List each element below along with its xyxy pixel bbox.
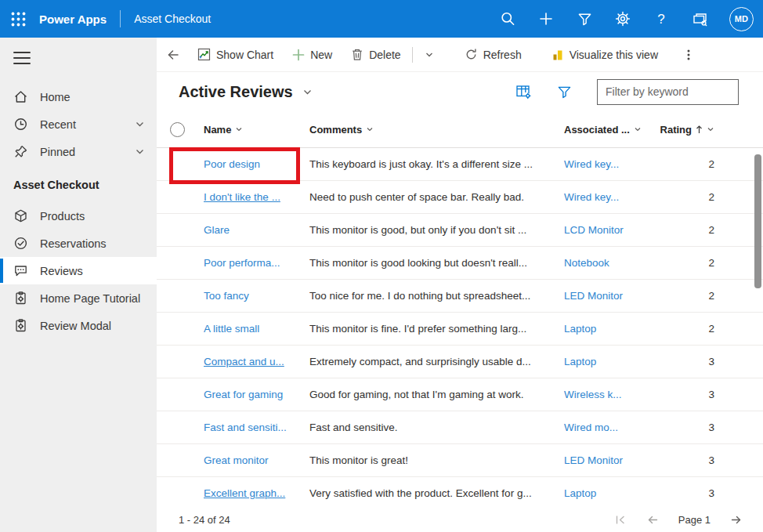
record-name-link[interactable]: A little small — [204, 323, 259, 335]
grid-footer: 1 - 24 of 24 Page 1 — [157, 508, 763, 532]
delete-button[interactable]: Delete — [342, 38, 410, 72]
previous-page-icon[interactable] — [646, 513, 660, 527]
vertical-scrollbar-thumb[interactable] — [754, 154, 761, 288]
record-name-link[interactable]: Fast and sensiti... — [204, 422, 287, 433]
table-row[interactable]: Excellent graph... Very satisfied with t… — [157, 477, 763, 510]
table-row[interactable]: Great monitor This monitor is great! LED… — [157, 444, 763, 477]
show-chart-button[interactable]: Show Chart — [188, 38, 283, 72]
associated-asset-link[interactable]: LCD Monitor — [564, 224, 624, 236]
next-page-icon[interactable] — [729, 513, 743, 527]
column-header-associated[interactable]: Associated ... — [564, 124, 658, 136]
associated-asset-link[interactable]: Wireless k... — [564, 389, 622, 400]
record-name-link[interactable]: I don't like the ... — [204, 191, 280, 203]
associated-asset-link[interactable]: Laptop — [564, 356, 596, 367]
hamburger-menu-icon[interactable] — [13, 52, 31, 64]
column-header-rating[interactable]: Rating — [660, 124, 714, 136]
new-button[interactable]: New — [283, 38, 342, 72]
sidebar-app-nav: Products Reservations — [0, 202, 157, 339]
table-row[interactable]: Poor performa... This monitor is good lo… — [157, 247, 763, 280]
associated-asset-link[interactable]: Laptop — [564, 487, 596, 499]
record-name-link[interactable]: Poor design — [204, 158, 260, 170]
main-content: Show Chart New Delete — [157, 38, 763, 532]
associated-asset-link[interactable]: LED Monitor — [564, 290, 623, 302]
column-label: Rating — [660, 124, 692, 136]
keyword-filter-input[interactable] — [597, 79, 739, 105]
table-row[interactable]: Fast and sensiti... Fast and sensitive. … — [157, 411, 763, 444]
rating-value: 2 — [708, 290, 714, 302]
sidebar-item-label: Products — [40, 210, 85, 223]
table-row[interactable]: I don't like the ... Need to push center… — [157, 181, 763, 214]
sidebar-item-label: Recent — [40, 118, 76, 131]
table-row[interactable]: Great for gaming Good for gaming, not th… — [157, 378, 763, 411]
refresh-label: Refresh — [483, 49, 522, 61]
visualize-view-button[interactable]: Visualize this view — [542, 38, 667, 72]
pager: Page 1 — [614, 513, 763, 527]
sidebar-item-reviews[interactable]: Reviews — [0, 257, 157, 284]
clipboard-gear-icon — [13, 318, 28, 333]
topbar-actions: ? MD — [499, 7, 763, 31]
help-icon[interactable]: ? — [653, 10, 670, 27]
sidebar-item-home[interactable]: Home — [0, 83, 157, 110]
comment-text: This monitor is fine. I'd prefer somethi… — [309, 323, 526, 335]
associated-asset-link[interactable]: Notebook — [564, 257, 609, 269]
first-page-icon[interactable] — [614, 513, 627, 527]
record-name-link[interactable]: Glare — [204, 224, 230, 236]
sidebar-item-home-page-tutorial[interactable]: Home Page Tutorial — [0, 284, 157, 312]
comment-text: Too nice for me. I do nothing but spread… — [309, 290, 530, 302]
associated-asset-link[interactable]: Wired key... — [564, 191, 619, 203]
delete-split-chevron-icon[interactable] — [414, 38, 444, 72]
trash-icon — [351, 48, 363, 61]
rating-value: 2 — [708, 224, 714, 236]
view-selector[interactable]: Active Reviews — [157, 83, 313, 101]
waffle-icon[interactable] — [0, 0, 36, 38]
sidebar-item-reservations[interactable]: Reservations — [0, 230, 157, 257]
table-row[interactable]: A little small This monitor is fine. I'd… — [157, 313, 763, 346]
home-icon — [13, 89, 28, 104]
sidebar-section-title: Asset Checkout — [0, 172, 157, 198]
back-icon[interactable] — [157, 38, 188, 72]
comment-text: Fast and sensitive. — [309, 422, 398, 433]
record-name-link[interactable]: Too fancy — [204, 290, 249, 302]
page-label: Page 1 — [678, 514, 711, 526]
rating-value: 3 — [708, 389, 714, 400]
feedback-icon[interactable] — [691, 10, 708, 27]
refresh-button[interactable]: Refresh — [455, 38, 531, 72]
sidebar-item-review-modal[interactable]: Review Modal — [0, 312, 157, 339]
sidebar-item-recent[interactable]: Recent — [0, 110, 157, 138]
sidebar-item-products[interactable]: Products — [0, 202, 157, 230]
record-name-link[interactable]: Excellent graph... — [204, 487, 285, 499]
settings-gear-icon[interactable] — [614, 10, 631, 27]
check-circle-icon — [13, 236, 28, 251]
record-name-link[interactable]: Compact and u... — [204, 356, 284, 367]
associated-asset-link[interactable]: Laptop — [564, 323, 596, 335]
column-header-name[interactable]: Name — [204, 124, 302, 136]
record-count: 1 - 24 of 24 — [157, 514, 230, 526]
table-row[interactable]: Poor design This keyboard is just okay. … — [157, 148, 763, 181]
more-commands-icon[interactable] — [674, 38, 703, 72]
associated-asset-link[interactable]: Wired key... — [564, 158, 619, 170]
select-all-checkbox[interactable] — [170, 122, 185, 137]
user-avatar[interactable]: MD — [729, 7, 754, 31]
view-header-actions — [515, 79, 763, 105]
record-name-link[interactable]: Poor performa... — [204, 257, 280, 269]
rating-value: 2 — [708, 257, 714, 269]
record-name-link[interactable]: Great monitor — [204, 454, 269, 466]
associated-asset-link[interactable]: Wired mo... — [564, 422, 618, 433]
add-icon[interactable] — [537, 10, 555, 27]
comment-text: This monitor is great! — [309, 454, 408, 466]
sidebar-item-pinned[interactable]: Pinned — [0, 138, 157, 165]
table-row[interactable]: Too fancy Too nice for me. I do nothing … — [157, 280, 763, 313]
column-header-comments[interactable]: Comments — [309, 124, 558, 136]
chart-icon — [197, 48, 211, 61]
filter-grid-icon[interactable] — [557, 85, 572, 100]
table-row[interactable]: Glare This monitor is good, but only if … — [157, 214, 763, 247]
visualize-view-label: Visualize this view — [570, 49, 658, 61]
table-row[interactable]: Compact and u... Extremely compact, and … — [157, 346, 763, 378]
edit-columns-icon[interactable] — [515, 84, 532, 100]
filter-icon[interactable] — [576, 10, 593, 27]
associated-asset-link[interactable]: LED Monitor — [564, 454, 623, 466]
comment-text: Need to push center of space bar. Really… — [309, 191, 524, 203]
comment-text: This monitor is good looking but doesn't… — [309, 257, 527, 269]
record-name-link[interactable]: Great for gaming — [204, 389, 283, 400]
search-icon[interactable] — [499, 10, 516, 27]
